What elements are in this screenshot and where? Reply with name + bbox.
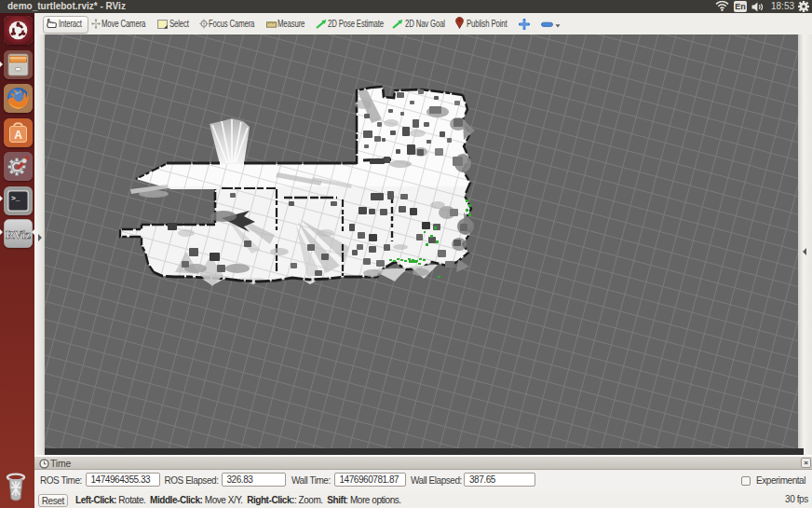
svg-text:A: A [14,128,22,141]
svg-text:RViz: RViz [6,227,31,240]
svg-text:>_: >_ [11,194,20,202]
